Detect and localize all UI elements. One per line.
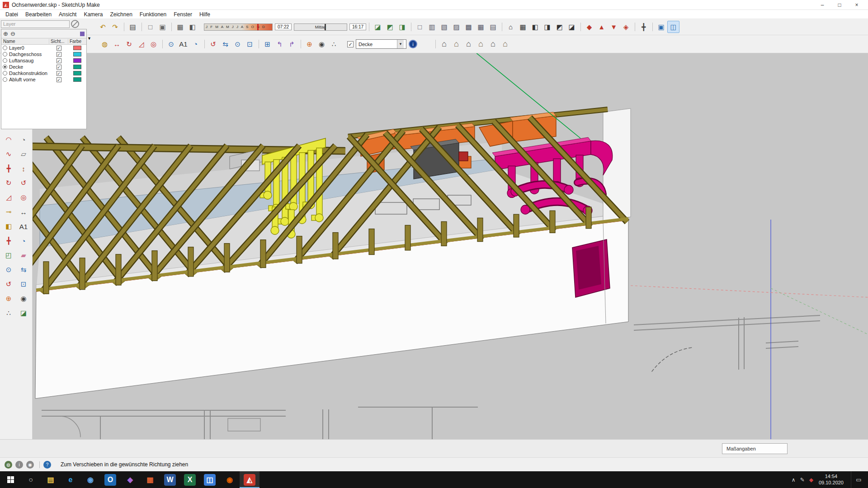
text-tool[interactable]: A1 bbox=[17, 220, 30, 233]
follow-me-tool[interactable]: ↺ bbox=[17, 176, 30, 190]
Decke[interactable]: Decke bbox=[1, 64, 86, 70]
tray-alert-icon[interactable]: ◆ bbox=[809, 477, 813, 483]
edge-icon[interactable]: e bbox=[61, 471, 80, 488]
orbit-button[interactable]: ↺ bbox=[207, 38, 219, 50]
protractor-tool[interactable]: ◔ bbox=[17, 234, 30, 248]
layer-visibility-checkbox[interactable] bbox=[57, 52, 61, 57]
shadow-month-slider[interactable]: J F M A M J J A S O N D bbox=[204, 23, 273, 31]
open-file-button[interactable]: ▣ bbox=[156, 21, 169, 33]
geolocation-icon[interactable]: ◍ bbox=[5, 461, 12, 469]
Dachkonstruktion[interactable]: Dachkonstruktion bbox=[1, 70, 86, 76]
house-back-button[interactable]: ⌂ bbox=[487, 38, 499, 50]
layer-visibility-checkbox[interactable] bbox=[57, 58, 61, 63]
help-icon[interactable]: ? bbox=[43, 461, 51, 469]
minimize-button[interactable]: – bbox=[814, 0, 831, 9]
extension-warehouse-button[interactable]: ◈ bbox=[620, 21, 632, 33]
close-button[interactable]: × bbox=[848, 0, 865, 9]
layer-active-radio[interactable] bbox=[3, 77, 7, 82]
axes-tool[interactable]: ╋ bbox=[2, 234, 15, 248]
layer-color-swatch[interactable] bbox=[73, 65, 81, 69]
view-back-button[interactable]: ◩ bbox=[553, 21, 566, 33]
layer-visible-checkbox[interactable]: ✓ bbox=[347, 41, 354, 47]
layer-active-radio[interactable] bbox=[3, 46, 7, 50]
layer-visibility-checkbox[interactable] bbox=[57, 46, 61, 51]
menu-bearbeiten[interactable]: Bearbeiten bbox=[22, 10, 55, 19]
offset-button[interactable]: ◎ bbox=[147, 38, 160, 50]
paint-bucket-tool[interactable]: ◧ bbox=[2, 220, 15, 233]
next-view-button[interactable]: ↱ bbox=[286, 38, 298, 50]
file-explorer-icon[interactable]: ▤ bbox=[41, 471, 61, 488]
scale-button[interactable]: ◿ bbox=[135, 38, 147, 50]
zoom-window-tool[interactable]: ⊡ bbox=[17, 277, 30, 291]
menu-ansicht[interactable]: Ansicht bbox=[55, 10, 80, 19]
pie-tool[interactable]: ◔ bbox=[17, 133, 30, 146]
view-left-button[interactable]: ◪ bbox=[566, 21, 578, 33]
dimension-button[interactable]: A1 bbox=[177, 38, 189, 50]
print-button[interactable]: ▤ bbox=[127, 21, 139, 33]
layer-visibility-checkbox[interactable] bbox=[57, 65, 61, 70]
model-viewport[interactable] bbox=[33, 53, 868, 439]
redo-button[interactable]: ↷ bbox=[109, 21, 121, 33]
offset-tool[interactable]: ◎ bbox=[17, 191, 30, 204]
layer-visibility-checkbox[interactable] bbox=[57, 71, 61, 76]
pan-tool[interactable]: ⇆ bbox=[17, 263, 30, 277]
Layer0[interactable]: Layer0 bbox=[1, 45, 86, 51]
paint-bucket-button[interactable]: ◍ bbox=[99, 38, 111, 50]
excel-icon[interactable]: X bbox=[180, 471, 200, 488]
house-side-button[interactable]: ⌂ bbox=[475, 38, 487, 50]
dropdown-arrow-icon[interactable]: ▼ bbox=[397, 40, 404, 48]
layer-active-radio[interactable] bbox=[3, 65, 7, 69]
menu-zeichnen[interactable]: Zeichnen bbox=[106, 10, 136, 19]
section-plane-tool[interactable]: ◪ bbox=[17, 306, 30, 320]
warehouse-download-button[interactable]: ▼ bbox=[608, 21, 620, 33]
orbit-tool[interactable]: ↺ bbox=[2, 277, 15, 291]
chrome-icon[interactable]: ◉ bbox=[80, 471, 100, 488]
shadow-month-marker[interactable] bbox=[257, 24, 259, 30]
start-button[interactable] bbox=[0, 471, 21, 488]
house-front-button[interactable]: ⌂ bbox=[462, 38, 475, 50]
look-around-tool[interactable]: ◉ bbox=[17, 292, 30, 305]
layer-info-icon[interactable]: i bbox=[409, 40, 417, 48]
move-tool[interactable]: ╋ bbox=[2, 162, 15, 175]
user-icon[interactable]: ◉ bbox=[26, 461, 34, 469]
layer-active-radio[interactable] bbox=[3, 71, 7, 75]
arc-tool[interactable]: ◠ bbox=[2, 133, 15, 146]
menu-fenster[interactable]: Fenster bbox=[170, 10, 196, 19]
shadow-time-marker[interactable] bbox=[325, 24, 326, 30]
clock[interactable]: 14:54 09.10.2020 bbox=[819, 474, 844, 486]
layer-color-swatch[interactable] bbox=[73, 58, 81, 63]
tray-expand-icon[interactable]: ∧ bbox=[792, 477, 796, 483]
menu-kamera[interactable]: Kamera bbox=[80, 10, 106, 19]
look-around-button[interactable]: ◉ bbox=[316, 38, 328, 50]
position-camera-tool[interactable]: ⊕ bbox=[2, 292, 15, 305]
zoom-window-button[interactable]: ⊡ bbox=[244, 38, 256, 50]
Luftansaug[interactable]: Luftansaug bbox=[1, 57, 86, 64]
dev-tool-icon[interactable]: ◆ bbox=[120, 471, 140, 488]
action-center-icon[interactable]: ▭ bbox=[851, 471, 866, 488]
shadow-dialog-button[interactable]: ▦ bbox=[174, 21, 186, 33]
active-layer-dropdown[interactable]: Decke ▼ bbox=[356, 39, 406, 49]
new-file-button[interactable]: □ bbox=[144, 21, 156, 33]
style-hidden-line-button[interactable]: ▥ bbox=[426, 21, 438, 33]
store-icon[interactable]: ▦ bbox=[140, 471, 160, 488]
view-top-button[interactable]: ▦ bbox=[517, 21, 529, 33]
section-fill-button[interactable]: ◨ bbox=[396, 21, 408, 33]
freehand-tool[interactable]: ∿ bbox=[2, 147, 15, 161]
zoom-tool[interactable]: ⊙ bbox=[2, 263, 15, 277]
layer-color-swatch[interactable] bbox=[73, 71, 81, 75]
section-cuts-button[interactable]: ◩ bbox=[384, 21, 396, 33]
push-pull-tool[interactable]: ↕ bbox=[17, 162, 30, 175]
shadow-time-slider[interactable]: Mittag bbox=[294, 23, 347, 31]
viewport-3d-scene[interactable] bbox=[33, 53, 868, 439]
firefox-icon[interactable]: ◉ bbox=[220, 471, 240, 488]
warehouse-get-button[interactable]: ◆ bbox=[583, 21, 595, 33]
credits-icon[interactable]: i bbox=[15, 461, 23, 469]
column-color[interactable]: Farbe bbox=[68, 39, 86, 44]
Abluft vorne[interactable]: Abluft vorne bbox=[1, 76, 86, 83]
walk-button[interactable]: ∴ bbox=[328, 38, 340, 50]
polygon-tool[interactable]: ▱ bbox=[17, 147, 30, 161]
sketchup-icon[interactable]: ◭ bbox=[240, 471, 259, 488]
menu-funktionen[interactable]: Funktionen bbox=[136, 10, 170, 19]
protractor-button[interactable]: ◔ bbox=[189, 38, 202, 50]
house-iso-button[interactable]: ⌂ bbox=[438, 38, 450, 50]
